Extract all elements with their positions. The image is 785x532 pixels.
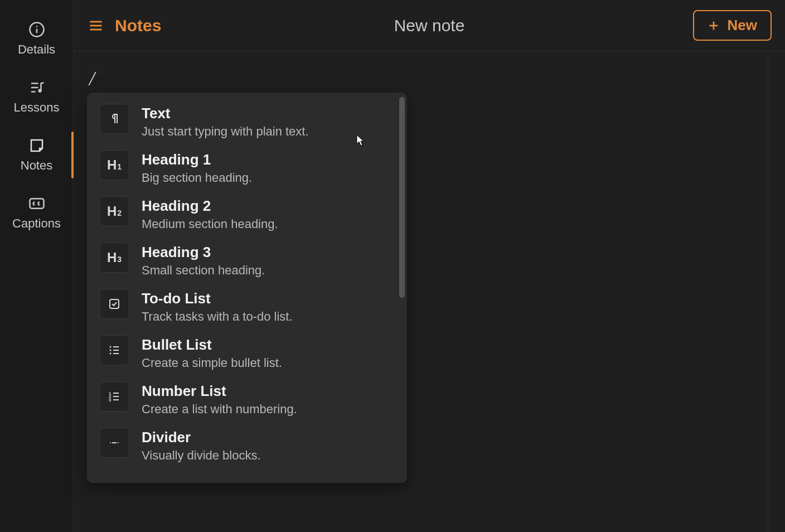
command-item-title: Heading 2 — [142, 197, 278, 215]
sidebar-item-details[interactable]: Details — [0, 10, 73, 68]
command-item-heading-1[interactable]: H1 Heading 1 Big section heading. — [87, 144, 407, 191]
sidebar-item-captions[interactable]: Captions — [0, 184, 73, 242]
sidebar-item-label: Captions — [12, 216, 61, 231]
svg-rect-13 — [110, 299, 119, 308]
divider-icon — [99, 428, 129, 458]
new-button-label: New — [728, 17, 757, 34]
svg-point-6 — [38, 89, 41, 93]
h2-icon: H2 — [99, 196, 129, 226]
command-item-title: Heading 3 — [142, 244, 265, 261]
scrollbar-thumb[interactable] — [399, 97, 405, 298]
number-list-icon: 1 2 3 — [99, 381, 129, 412]
command-item-bullet-list[interactable]: Bullet List Create a simple bullet list. — [87, 330, 407, 376]
svg-point-26 — [110, 442, 111, 443]
sidebar-item-lessons[interactable]: Lessons — [0, 68, 73, 126]
right-divider — [768, 51, 768, 532]
h1-icon: H1 — [99, 150, 129, 180]
sidebar-item-notes[interactable]: Notes — [0, 126, 73, 184]
sidebar-item-label: Lessons — [14, 100, 60, 115]
plus-icon — [708, 20, 720, 32]
sidebar-item-label: Notes — [21, 158, 52, 173]
page-title: New note — [394, 16, 465, 35]
sidebar: Details Lessons Notes — [0, 0, 74, 532]
command-item-desc: Track tasks with a to-do list. — [142, 309, 293, 324]
new-button[interactable]: New — [693, 10, 772, 41]
command-item-desc: Big section heading. — [142, 171, 252, 185]
command-item-desc: Medium section heading. — [142, 217, 278, 231]
command-menu: Text Just start typing with plain text. … — [87, 93, 407, 483]
command-item-title: Divider — [142, 429, 261, 446]
command-item-title: Bullet List — [142, 336, 282, 354]
h3-icon: H3 — [99, 243, 129, 273]
command-item-heading-3[interactable]: H3 Heading 3 Small section heading. — [87, 237, 407, 283]
command-item-title: Text — [142, 105, 309, 122]
command-item-title: To-do List — [142, 290, 293, 307]
editor-area[interactable]: / Text Just start typing with plain text… — [74, 51, 785, 532]
info-icon — [27, 20, 46, 39]
sticky-note-icon — [27, 136, 46, 155]
svg-point-2 — [36, 26, 37, 27]
sidebar-item-label: Details — [18, 42, 55, 57]
topbar: Notes New note New — [74, 0, 785, 51]
music-list-icon — [27, 78, 46, 97]
bullet-list-icon — [99, 335, 129, 365]
command-item-desc: Create a list with numbering. — [142, 402, 297, 417]
menu-icon[interactable] — [87, 17, 105, 35]
svg-rect-7 — [30, 199, 43, 209]
command-item-desc: Just start typing with plain text. — [142, 124, 309, 139]
svg-text:3: 3 — [109, 398, 112, 403]
command-item-desc: Visually divide blocks. — [142, 448, 261, 463]
cc-icon — [27, 194, 46, 213]
svg-point-14 — [110, 346, 112, 348]
command-item-divider[interactable]: Divider Visually divide blocks. — [87, 422, 407, 468]
section-title: Notes — [115, 16, 161, 35]
editor-input-text: / — [89, 67, 95, 90]
svg-point-18 — [110, 353, 112, 355]
command-item-title: Heading 1 — [142, 151, 252, 168]
svg-point-16 — [110, 350, 112, 351]
command-item-heading-2[interactable]: H2 Heading 2 Medium section heading. — [87, 191, 407, 237]
pilcrow-icon — [99, 104, 129, 134]
command-item-todo-list[interactable]: To-do List Track tasks with a to-do list… — [87, 283, 407, 330]
svg-point-28 — [118, 442, 119, 443]
command-item-number-list[interactable]: 1 2 3 Number List Create a list with num… — [87, 376, 407, 422]
command-item-desc: Small section heading. — [142, 263, 265, 278]
checkbox-icon — [99, 289, 129, 319]
command-item-text[interactable]: Text Just start typing with plain text. — [87, 98, 407, 144]
command-item-title: Number List — [142, 383, 297, 400]
main-panel: Notes New note New / — [74, 0, 785, 532]
command-item-desc: Create a simple bullet list. — [142, 356, 282, 370]
